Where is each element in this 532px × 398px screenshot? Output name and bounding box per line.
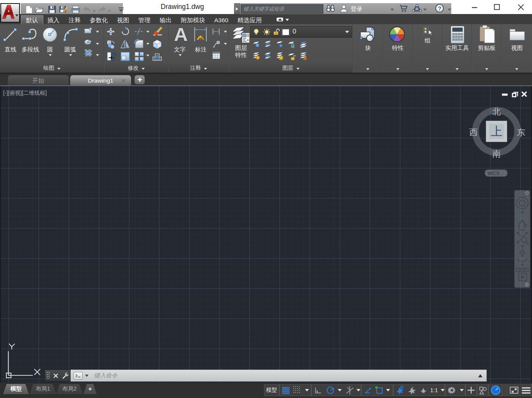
svg-text:?: ? — [438, 5, 441, 12]
